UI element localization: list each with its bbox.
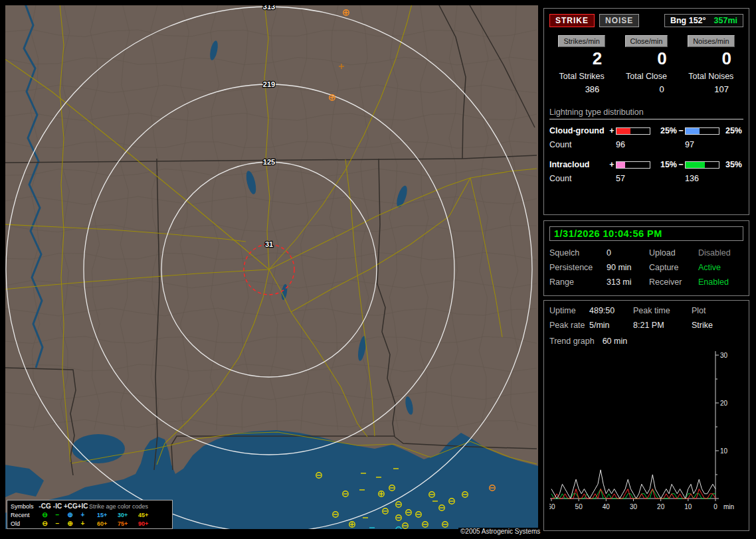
mode-button-row: STRIKE NOISE Bng 152° 357mi bbox=[549, 14, 743, 27]
plus-sign: + bbox=[608, 126, 616, 135]
uptime-label: Uptime bbox=[549, 306, 589, 315]
lightning-map[interactable]: 31321912531 Symbols-CG-IC+CG+ICStrike ag… bbox=[5, 5, 538, 529]
uptime-value: 489:50 bbox=[589, 306, 633, 315]
cg-neg-icon: ⊖ bbox=[39, 512, 51, 518]
cloud-ground-count-row: Count 96 97 bbox=[549, 140, 743, 149]
bearing-value: Bng 152° bbox=[670, 16, 706, 25]
cg-pos-icon: ⊕ bbox=[64, 512, 76, 518]
receiver-label: Receiver bbox=[649, 277, 698, 287]
legend-row-recent: Recent⊖−⊕+15+30+45+ bbox=[11, 510, 169, 519]
svg-text:313: 313 bbox=[263, 5, 275, 11]
map-legend: Symbols-CG-IC+CG+ICStrike age color code… bbox=[7, 500, 173, 529]
trend-window-value: 60 min bbox=[603, 337, 628, 346]
trend-graph-label: Trend graph bbox=[549, 337, 595, 346]
strike-mode-button[interactable]: STRIKE bbox=[549, 14, 595, 27]
trend-graph-chart: 1020306050403020100min bbox=[549, 348, 743, 516]
ic-pos-icon: + bbox=[76, 512, 89, 518]
ic-negative-count: 136 bbox=[685, 174, 719, 183]
svg-text:40: 40 bbox=[603, 503, 611, 510]
strikes-per-min-badge: Strikes/min bbox=[558, 35, 605, 47]
noises-per-min-badge: Noises/min bbox=[688, 35, 734, 47]
total-noises-value: 107 bbox=[679, 84, 743, 94]
receiver-value: Enabled bbox=[698, 277, 743, 287]
svg-text:10: 10 bbox=[684, 503, 692, 510]
svg-text:125: 125 bbox=[263, 158, 275, 166]
cg-positive-count: 96 bbox=[616, 140, 650, 149]
strike-cg-pos bbox=[349, 522, 355, 527]
intracloud-row: Intracloud + 15% − 35% bbox=[549, 160, 743, 169]
capture-value: Active bbox=[698, 263, 743, 272]
settings-grid: Squelch 0 Upload Disabled Persistence 90… bbox=[549, 248, 743, 287]
count-label: Count bbox=[549, 174, 608, 183]
minus-sign: − bbox=[677, 126, 685, 135]
ic-negative-pct: 35% bbox=[719, 160, 742, 169]
copyright-text: ©2005 Astrogenic Systems bbox=[458, 528, 542, 535]
strike-cg-pos bbox=[379, 491, 384, 497]
svg-text:min: min bbox=[723, 503, 734, 510]
bearing-range: 357mi bbox=[714, 16, 737, 25]
side-panel: STRIKE NOISE Bng 152° 357mi Strikes/min … bbox=[541, 0, 756, 539]
cg-positive-pct: 25% bbox=[650, 126, 677, 135]
ic-pos-icon: + bbox=[76, 520, 89, 527]
peak-rate-label: Peak rate bbox=[549, 321, 589, 330]
status-config-box: 1/31/2026 10:04:56 PM Squelch 0 Upload D… bbox=[543, 220, 749, 296]
ic-positive-bar bbox=[616, 161, 650, 169]
map-canvas[interactable]: 31321912531 bbox=[5, 5, 538, 529]
svg-text:50: 50 bbox=[575, 503, 583, 510]
trend-graph-header: Trend graph 60 min bbox=[549, 337, 743, 346]
intracloud-label: Intracloud bbox=[549, 160, 608, 169]
ic-neg-icon: − bbox=[51, 512, 64, 518]
svg-text:219: 219 bbox=[263, 80, 275, 88]
total-noises-label: Total Noises bbox=[679, 72, 743, 81]
ic-positive-count: 57 bbox=[616, 174, 650, 183]
total-strikes-label: Total Strikes bbox=[549, 72, 614, 81]
close-per-min-badge: Close/min bbox=[625, 35, 668, 47]
total-close-value: 0 bbox=[614, 84, 678, 94]
cg-negative-bar bbox=[685, 127, 719, 135]
svg-text:31: 31 bbox=[265, 240, 273, 248]
ic-positive-pct: 15% bbox=[650, 160, 677, 169]
timestamp: 1/31/2026 10:04:56 PM bbox=[549, 226, 743, 241]
legend-header: Symbols-CG-IC+CG+ICStrike age color code… bbox=[11, 502, 169, 510]
noise-mode-button[interactable]: NOISE bbox=[599, 14, 639, 27]
cloud-ground-label: Cloud-ground bbox=[549, 126, 608, 135]
strike-stats-box: STRIKE NOISE Bng 152° 357mi Strikes/min … bbox=[543, 8, 749, 215]
legend-row-old: Old⊖−⊕+60+75+90+ bbox=[11, 519, 169, 528]
cg-positive-bar bbox=[616, 127, 650, 135]
squelch-label: Squelch bbox=[549, 248, 607, 258]
persistence-value: 90 min bbox=[607, 263, 649, 272]
peak-time-label: Peak time bbox=[633, 306, 692, 315]
plus-sign: + bbox=[608, 160, 616, 169]
bearing-display: Bng 152° 357mi bbox=[664, 14, 743, 27]
peak-time-value: 8:21 PM bbox=[633, 321, 692, 330]
squelch-value: 0 bbox=[607, 248, 649, 258]
capture-label: Capture bbox=[649, 263, 698, 272]
legend-body: Symbols-CG-IC+CG+ICStrike age color code… bbox=[11, 502, 169, 528]
persistence-label: Persistence bbox=[549, 263, 607, 272]
uptime-grid: Uptime 489:50 Peak time Plot Peak rate 5… bbox=[549, 306, 743, 330]
intracloud-count-row: Count 57 136 bbox=[549, 174, 743, 183]
svg-text:20: 20 bbox=[720, 400, 728, 407]
upload-label: Upload bbox=[649, 248, 698, 258]
lightning-type-distribution: Lightning type distribution Cloud-ground… bbox=[549, 108, 743, 183]
range-value: 313 mi bbox=[607, 277, 649, 287]
strike-cg-pos bbox=[330, 95, 335, 100]
svg-text:30: 30 bbox=[630, 503, 638, 510]
count-label: Count bbox=[549, 140, 608, 149]
upload-value: Disabled bbox=[698, 248, 743, 258]
noises-per-min-value: 0 bbox=[679, 48, 743, 69]
svg-text:60: 60 bbox=[549, 503, 555, 510]
plot-label: Plot bbox=[692, 306, 733, 315]
lake bbox=[72, 434, 125, 463]
distribution-title: Lightning type distribution bbox=[549, 108, 743, 119]
strike-cg-pos bbox=[343, 10, 349, 15]
cloud-ground-row: Cloud-ground + 25% − 25% bbox=[549, 126, 743, 135]
svg-text:20: 20 bbox=[657, 503, 665, 510]
range-label: Range bbox=[549, 277, 607, 287]
strikes-per-min-value: 2 bbox=[549, 48, 614, 69]
svg-text:10: 10 bbox=[720, 447, 728, 455]
trend-box: Uptime 489:50 Peak time Plot Peak rate 5… bbox=[543, 300, 749, 531]
plot-value: Strike bbox=[692, 321, 733, 330]
svg-text:30: 30 bbox=[720, 352, 728, 359]
rate-grid: Strikes/min Close/min Noises/min 2 0 0 T… bbox=[549, 35, 743, 94]
